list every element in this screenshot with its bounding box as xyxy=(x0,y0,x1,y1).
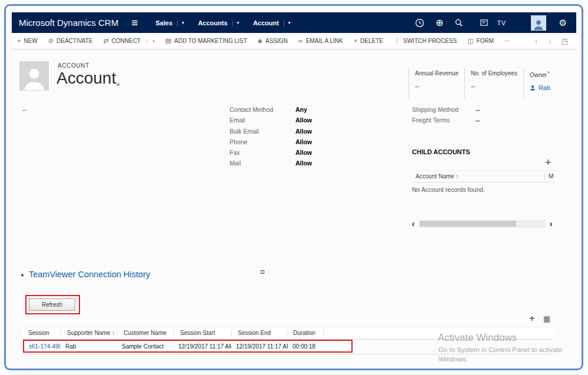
deactivate-button[interactable]: ⊘ DEACTIVATE xyxy=(43,33,98,49)
field-label: Freight Terms xyxy=(412,117,476,127)
small-square-marker xyxy=(261,270,264,274)
more-ellipsis-icon: ··· xyxy=(504,38,510,44)
page-edit-icon[interactable] xyxy=(480,18,489,27)
scrollbar-track[interactable] xyxy=(418,220,546,228)
column-customer-name[interactable]: Customer Name xyxy=(118,330,174,336)
field-label: Email xyxy=(230,117,295,127)
command-label: NEW xyxy=(24,38,37,44)
table-row[interactable]: s61-174-490 Rab Sample Contact 12/19/201… xyxy=(23,340,353,353)
new-button[interactable]: + NEW xyxy=(12,33,43,49)
nav-divider: | xyxy=(232,19,234,26)
command-label: CONNECT xyxy=(112,38,141,44)
field-value: Allow xyxy=(295,117,312,127)
left-empty-value[interactable]: -- xyxy=(22,106,26,113)
column-account-name[interactable]: Account Name ↑ xyxy=(411,173,543,180)
search-icon[interactable] xyxy=(454,18,463,27)
command-label: EMAIL A LINK xyxy=(306,38,343,44)
column-supporter-name[interactable]: Supporter Name ↑ xyxy=(61,330,118,336)
popout-icon[interactable]: ◳ xyxy=(562,37,568,45)
contact-method-row[interactable]: Contact Method Any xyxy=(230,106,312,117)
top-navbar: Microsoft Dynamics CRM ≡ Sales | ▾ Accou… xyxy=(12,12,576,33)
chevron-down-icon[interactable]: ▾ xyxy=(182,21,184,25)
bulk-email-row[interactable]: Bulk Email Allow xyxy=(230,128,312,138)
column-session-end[interactable]: Session End xyxy=(232,330,287,336)
teamviewer-menu[interactable]: TV xyxy=(497,19,506,26)
chevron-down-icon[interactable]: ▾ xyxy=(153,39,155,43)
shipping-method-row[interactable]: Shipping Method -- xyxy=(412,106,480,117)
connect-button[interactable]: ⇄ CONNECT | ▾ xyxy=(98,33,160,49)
field-value: Allow xyxy=(295,138,312,149)
chevron-down-icon[interactable]: ▾ xyxy=(288,21,291,25)
scroll-left-icon[interactable]: ‹ xyxy=(410,220,417,228)
form-selector-icon[interactable]: ≡ xyxy=(117,81,120,88)
app-brand[interactable]: Microsoft Dynamics CRM xyxy=(12,18,118,28)
command-label: DELETE xyxy=(360,38,383,44)
field-label: Owner* xyxy=(530,70,564,78)
child-accounts-title: CHILD ACCOUNTS xyxy=(412,148,470,155)
activate-windows-subtext: Go to System in Control Panel to activat… xyxy=(438,345,562,364)
fax-row[interactable]: Fax Allow xyxy=(230,149,312,160)
nav-item-account[interactable]: Account | ▾ xyxy=(253,19,290,26)
nav-item-accounts[interactable]: Accounts | ▾ xyxy=(198,19,239,26)
scrollbar-thumb[interactable] xyxy=(420,221,516,227)
add-child-account-button[interactable]: + xyxy=(545,157,552,169)
recently-viewed-clock-icon[interactable] xyxy=(415,18,424,28)
command-bar: + NEW ⊘ DEACTIVATE ⇄ CONNECT | ▾ ▤ ADD T… xyxy=(12,33,576,49)
column-session[interactable]: Session xyxy=(22,330,61,336)
dropdown-divider: | xyxy=(146,38,148,44)
column-truncated[interactable]: M xyxy=(545,173,554,180)
grid-view-icon[interactable]: ▦ xyxy=(543,314,550,323)
nav-label: Account xyxy=(253,19,279,26)
field-label: Contact Method xyxy=(230,106,295,117)
account-avatar[interactable] xyxy=(19,61,49,91)
annual-revenue-field[interactable]: Annual Revenue -- xyxy=(408,68,464,98)
owner-name: Rab xyxy=(539,84,550,91)
section-collapse-icon[interactable]: ▲ xyxy=(20,272,25,277)
refresh-button[interactable]: Refresh xyxy=(29,298,75,311)
form-button[interactable]: ◫ FORM xyxy=(462,33,499,49)
column-session-start[interactable]: Session Start xyxy=(174,330,232,336)
freight-terms-row[interactable]: Freight Terms -- xyxy=(412,117,480,127)
email-a-link-button[interactable]: ∞ EMAIL A LINK xyxy=(293,33,348,49)
teamviewer-section-header[interactable]: ▲ TeamViewer Connection History xyxy=(20,270,150,279)
chevron-down-icon[interactable]: ▾ xyxy=(237,21,239,25)
gear-icon[interactable]: ⚙ xyxy=(559,18,567,28)
quick-create-plus-icon[interactable]: ⊕ xyxy=(436,18,443,28)
shipping-fields: Shipping Method -- Freight Terms -- xyxy=(412,106,480,128)
field-label: Shipping Method xyxy=(412,106,476,117)
field-value: Allow xyxy=(295,160,312,170)
owner-link[interactable]: Rab xyxy=(530,84,564,91)
field-value: -- xyxy=(476,106,480,117)
field-label: Fax xyxy=(230,149,295,160)
form-icon: ◫ xyxy=(467,38,473,44)
owner-field[interactable]: Owner* Rab xyxy=(523,68,570,98)
entity-type-label: ACCOUNT xyxy=(58,62,89,69)
previous-record-icon[interactable]: ↑ xyxy=(534,37,538,45)
add-to-marketing-list-button[interactable]: ▤ ADD TO MARKETING LIST xyxy=(160,33,253,49)
hamburger-menu-icon[interactable]: ≡ xyxy=(131,17,138,28)
child-accounts-grid-header: Account Name ↑ | M xyxy=(411,170,554,182)
add-record-button[interactable]: + xyxy=(529,313,535,324)
column-duration[interactable]: Duration xyxy=(287,330,324,336)
delete-button[interactable]: × DELETE xyxy=(348,33,388,49)
child-accounts-hscrollbar: ‹ › xyxy=(410,219,554,228)
header-summary-fields: Annual Revenue -- No. of Employees -- Ow… xyxy=(408,68,570,98)
scroll-right-icon[interactable]: › xyxy=(547,220,554,228)
email-row[interactable]: Email Allow xyxy=(230,117,312,127)
activate-windows-watermark: Activate Windows xyxy=(438,332,517,344)
next-record-icon[interactable]: ↓ xyxy=(548,37,552,45)
command-label: DEACTIVATE xyxy=(57,38,92,44)
switch-process-button[interactable]: ⋮ SWITCH PROCESS xyxy=(388,33,462,49)
no-of-employees-field[interactable]: No. of Employees -- xyxy=(464,68,523,98)
session-id-link[interactable]: s61-174-490 xyxy=(24,343,61,350)
screenshot-annotation-frame xyxy=(4,4,583,370)
phone-row[interactable]: Phone Allow xyxy=(230,138,312,149)
more-commands-button[interactable]: ··· xyxy=(499,33,516,49)
nav-item-sales[interactable]: Sales | ▾ xyxy=(155,19,184,26)
assign-button[interactable]: ◈ ASSIGN xyxy=(253,33,293,49)
user-avatar[interactable] xyxy=(531,15,546,31)
command-label: ADD TO MARKETING LIST xyxy=(174,38,247,44)
field-label: Bulk Email xyxy=(230,128,295,138)
field-value: Any xyxy=(295,106,307,117)
mail-row[interactable]: Mail Allow xyxy=(230,160,312,170)
